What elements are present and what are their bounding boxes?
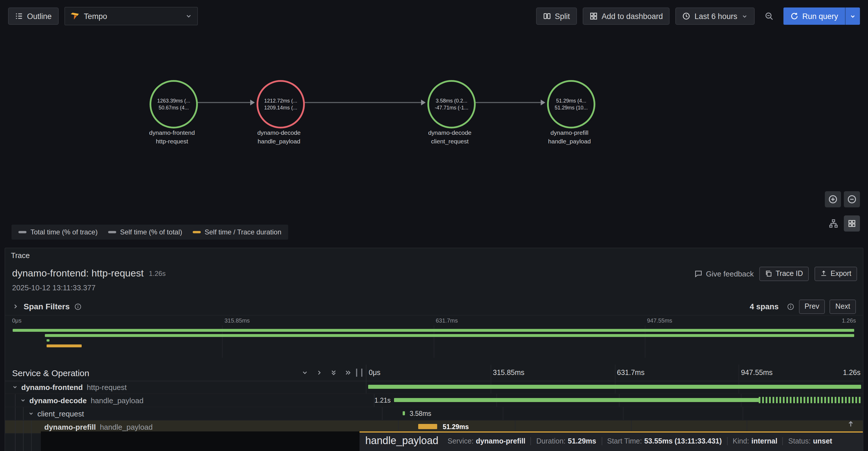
indent-guide (31, 431, 32, 451)
span-rows: dynamo-frontend http-request dynamo-dec (5, 381, 863, 434)
minus-circle-icon (847, 195, 857, 204)
span-detail-meta: Service:dynamo-prefill Duration:51.29ms … (447, 437, 832, 445)
node-stat-2: 50.67ms (4... (158, 105, 189, 111)
export-icon (820, 270, 827, 277)
node-stat-2: -47.71ms (-1... (435, 105, 468, 111)
gridline (739, 365, 739, 381)
legend-total-time[interactable]: Total time (% of trace) (19, 228, 97, 236)
column-resize-handle[interactable] (356, 369, 362, 377)
datasource-name: Tempo (84, 12, 107, 21)
span-bar[interactable] (403, 411, 405, 415)
node-stat-1: 3.58ms (0.2... (436, 98, 467, 104)
grafana-explore: Outline Tempo Split Add to dashboard (0, 0, 868, 451)
node-label: dynamo-prefill handle_payload (526, 129, 613, 145)
add-to-dashboard-button[interactable]: Add to dashboard (583, 7, 670, 25)
run-query-label: Run query (802, 12, 838, 21)
export-button[interactable]: Export (814, 266, 857, 281)
timeline-tick: 0μs (369, 365, 380, 381)
node-dynamo-decode-client-request[interactable]: 3.58ms (0.2... -47.71ms (-1... (427, 80, 476, 129)
gridline (615, 365, 615, 381)
scroll-to-top-icon[interactable] (847, 420, 855, 428)
plus-circle-icon (828, 195, 838, 204)
span-row-client-request[interactable]: client_request 3.58ms (5, 407, 863, 421)
legend-dash-icon (19, 231, 27, 233)
span-filters-row: Span Filters 4 spans Prev Next (5, 298, 863, 316)
chevron-right-icon[interactable] (12, 303, 19, 310)
span-row-http-request[interactable]: dynamo-frontend http-request (5, 381, 863, 394)
run-query-dropdown[interactable] (845, 7, 860, 25)
chevron-down-icon[interactable] (20, 397, 26, 403)
node-stat-2: 1209.14ms (... (264, 105, 297, 111)
time-range-picker[interactable]: Last 6 hours (676, 7, 755, 25)
indent-guide (23, 431, 24, 451)
chevron-down-icon (849, 13, 856, 19)
chevron-down-icon (185, 13, 192, 20)
legend-self-time[interactable]: Self time (% of total) (108, 228, 182, 236)
timeline-minimap[interactable] (11, 326, 856, 358)
node-stat-1: 1212.72ms (... (264, 98, 297, 104)
span-detail-panel[interactable]: handle_payload Service:dynamo-prefill Du… (360, 431, 863, 451)
timeline-tick: 1.26s (843, 365, 861, 381)
trace-header: dynamo-frontend: http-request 1.26s Give… (12, 265, 857, 282)
span-bar[interactable] (394, 398, 862, 402)
toolbar: Outline Tempo Split Add to dashboard (0, 0, 868, 32)
separator (601, 437, 602, 445)
legend-self-trace-duration[interactable]: Self time / Trace duration (193, 228, 282, 236)
give-feedback-link[interactable]: Give feedback (694, 269, 754, 278)
zoom-out-button[interactable] (844, 191, 860, 207)
expand-all-icon[interactable] (345, 369, 351, 376)
trace-duration: 1.26s (149, 270, 166, 278)
info-circle-icon (74, 303, 82, 310)
span-bar[interactable] (368, 385, 861, 389)
span-bar-selected[interactable] (418, 424, 437, 429)
node-dynamo-frontend-http-request[interactable]: 1263.39ms (... 50.67ms (4... (150, 80, 198, 129)
collapse-all-icon[interactable] (330, 369, 337, 376)
datasource-picker[interactable]: Tempo (64, 7, 198, 25)
outline-button[interactable]: Outline (8, 7, 59, 25)
node-dynamo-decode-handle-payload[interactable]: 1212.72ms (... 1209.14ms (... (256, 80, 305, 129)
run-query-main-button[interactable]: Run query (783, 7, 845, 25)
timeline-tick: 947.55ms (741, 365, 773, 381)
add-to-dashboard-label: Add to dashboard (602, 12, 663, 21)
collapse-one-icon[interactable] (302, 369, 308, 376)
info-circle-icon (786, 303, 794, 310)
trace-id-button[interactable]: Trace ID (760, 266, 809, 281)
node-stat-1: 1263.39ms (... (157, 98, 190, 104)
minimap-ticks: 0μs 315.85ms 631.7ms 947.55ms 1.26s (11, 317, 856, 325)
refresh-icon (790, 12, 798, 20)
gridline (743, 407, 743, 420)
next-span-button[interactable]: Next (830, 299, 856, 314)
timeline-tick: 631.7ms (617, 365, 645, 381)
span-row-handle-payload-decode[interactable]: dynamo-decode handle_payload 1.21s (5, 394, 863, 407)
grid-layout-button[interactable] (844, 216, 860, 231)
chevron-down-icon[interactable] (28, 411, 34, 417)
edge-arrow (304, 102, 421, 103)
node-graph-layout-controls (829, 216, 860, 231)
service-operation-header: Service & Operation (12, 368, 89, 377)
prev-span-button[interactable]: Prev (799, 299, 825, 314)
zoom-in-button[interactable] (825, 191, 841, 207)
apps-grid-icon (590, 12, 598, 20)
copy-icon (765, 270, 772, 277)
clock-icon (682, 12, 690, 20)
node-label: dynamo-frontend http-request (129, 129, 215, 145)
minimap-span-bar (47, 344, 82, 347)
span-duration-label: 3.58ms (409, 407, 431, 420)
span-detail-title: handle_payload (365, 435, 438, 447)
node-dynamo-prefill-handle-payload[interactable]: 51.29ms (4... 51.29ms (10... (547, 80, 595, 129)
gridline (491, 365, 491, 381)
separator (782, 437, 783, 445)
node-stat-1: 51.29ms (4... (556, 98, 586, 104)
outline-label: Outline (27, 12, 52, 21)
chevron-down-icon[interactable] (12, 384, 18, 390)
tree-layout-icon[interactable] (829, 219, 838, 228)
node-stat-2: 51.29ms (10... (555, 105, 588, 111)
expand-one-icon[interactable] (316, 369, 323, 376)
magnifier-minus-icon (764, 11, 773, 21)
time-zoom-out-button[interactable] (760, 7, 777, 25)
span-filters-label[interactable]: Span Filters (24, 302, 70, 311)
node-graph-panel: 1263.39ms (... 50.67ms (4... dynamo-fron… (0, 32, 868, 248)
trace-panel: Trace dynamo-frontend: http-request 1.26… (5, 248, 863, 451)
split-button[interactable]: Split (536, 7, 577, 25)
span-duration-label: 1.21s (374, 394, 391, 407)
